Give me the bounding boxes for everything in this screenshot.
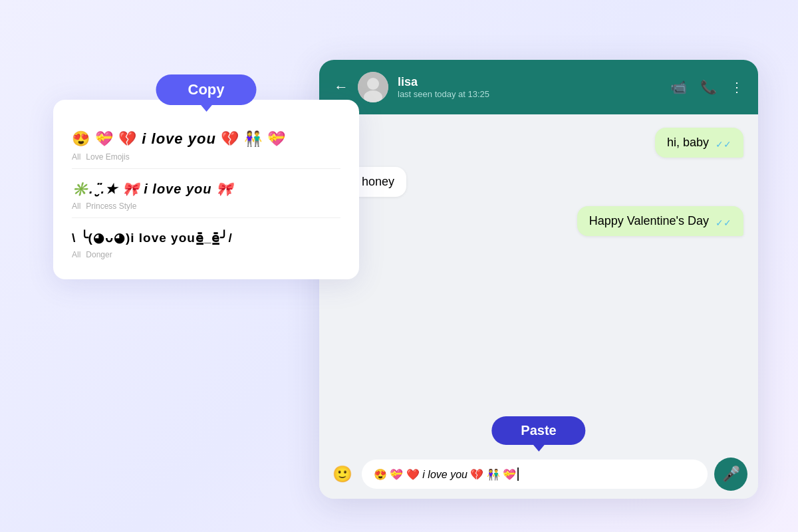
- chat-input-area: Paste 🙂 😍 💝 ❤️ i love you 💔 👫 💝 🎤: [319, 450, 758, 499]
- tag-name-3: Donger: [86, 250, 112, 259]
- chat-window: ← lisa last seen today at 13:25 📹 📞 ⋮: [319, 60, 758, 499]
- more-options-icon[interactable]: ⋮: [730, 79, 743, 95]
- mic-icon: 🎤: [722, 466, 740, 483]
- tag-all-3: All: [72, 250, 80, 259]
- message-input[interactable]: 😍 💝 ❤️ i love you 💔 👫 💝: [362, 460, 708, 489]
- message-out-1: hi, baby ✓✓: [655, 128, 743, 158]
- contact-status: last seen today at 13:25: [398, 89, 661, 99]
- input-content: 😍 💝 ❤️ i love you 💔 👫 💝: [374, 468, 516, 481]
- avatar: [358, 72, 388, 102]
- chat-header: ← lisa last seen today at 13:25 📹 📞 ⋮: [319, 60, 758, 114]
- chat-body: hi, baby ✓✓ hi, honey Happy Valentine's …: [319, 114, 758, 450]
- emoji-text-princess: ✳️.¨̮.★ 🎀 i love you 🎀: [72, 181, 340, 197]
- emoji-tags-love: All Love Emojis: [72, 152, 340, 162]
- header-icons: 📹 📞 ⋮: [670, 79, 743, 95]
- tag-all-1: All: [72, 152, 80, 162]
- message-text-3: Happy Valentine's Day: [589, 214, 709, 228]
- emoji-picker-button[interactable]: 🙂: [330, 462, 355, 486]
- emoji-row-princess[interactable]: ✳️.¨̮.★ 🎀 i love you 🎀 All Princess Styl…: [72, 169, 340, 218]
- contact-name: lisa: [398, 75, 661, 89]
- copy-bubble[interactable]: Copy: [156, 74, 257, 105]
- header-info: lisa last seen today at 13:25: [398, 75, 661, 99]
- phone-call-icon[interactable]: 📞: [700, 79, 717, 95]
- message-text-1: hi, baby: [667, 136, 709, 150]
- mic-button[interactable]: 🎤: [714, 458, 747, 491]
- emoji-tags-donger: All Donger: [72, 250, 340, 259]
- emoji-row-love[interactable]: 😍 💝 💔 i love you 💔 👫 💝 All Love Emojis: [72, 118, 340, 169]
- video-call-icon[interactable]: 📹: [670, 79, 687, 95]
- message-out-2: Happy Valentine's Day ✓✓: [577, 206, 743, 236]
- emoji-copy-panel: Copy 😍 💝 💔 i love you 💔 👫 💝 All Love Emo…: [53, 100, 359, 279]
- tag-name-2: Princess Style: [86, 201, 136, 211]
- svg-point-1: [367, 78, 379, 90]
- tag-all-2: All: [72, 201, 80, 211]
- back-button[interactable]: ←: [334, 78, 348, 96]
- paste-bubble[interactable]: Paste: [491, 416, 585, 445]
- tag-name-1: Love Emojis: [86, 152, 129, 162]
- message-ticks-2: ✓✓: [716, 217, 732, 228]
- emoji-row-donger[interactable]: \ ╰(◕ᴗ◕)i love youē̲_ē̲╯/ All Donger: [72, 218, 340, 266]
- emoji-tags-princess: All Princess Style: [72, 201, 340, 211]
- emoji-text-donger: \ ╰(◕ᴗ◕)i love youē̲_ē̲╯/: [72, 230, 340, 245]
- message-ticks-1: ✓✓: [716, 139, 732, 150]
- emoji-text-love: 😍 💝 💔 i love you 💔 👫 💝: [72, 130, 340, 148]
- text-cursor: [517, 467, 519, 481]
